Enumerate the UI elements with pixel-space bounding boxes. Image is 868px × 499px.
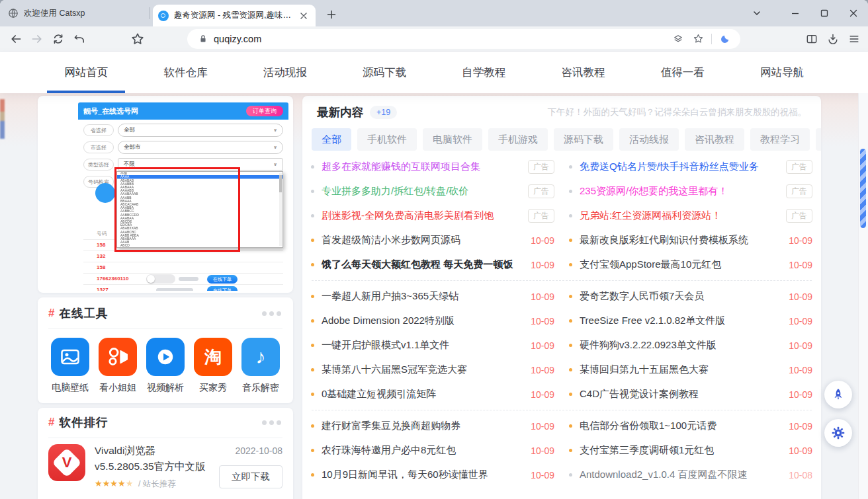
tool-music-decrypt[interactable]: ♪ 音乐解密 — [241, 338, 280, 394]
news-item[interactable]: TreeSize Free v2.1.0.82单文件版 10-09 — [569, 309, 812, 333]
news-item[interactable]: 免费送Q钻名片赞/快手抖音粉丝点赞业务 广告 — [569, 155, 812, 179]
category-tab[interactable]: 源码下载 — [554, 128, 613, 151]
news-item[interactable]: 硬件狗狗v3.2.22.0923单文件版 10-09 — [569, 333, 812, 358]
forward-button[interactable] — [27, 29, 47, 49]
nav-item[interactable]: 咨讯教程 — [533, 52, 632, 93]
news-item[interactable]: C4D广告视觉设计案例教程 10-09 — [569, 382, 812, 406]
news-date: 10-09 — [531, 235, 554, 246]
category-tab[interactable]: 活动线报 — [619, 128, 679, 151]
bullet-icon — [569, 368, 572, 371]
news-item[interactable]: 0基础建立短视频引流矩阵 10-09 — [311, 382, 554, 406]
news-item[interactable]: 一拳超人新用户抽3~365天绿钻 10-09 — [311, 284, 554, 309]
news-title: 首发超级简洁小米步数网页源码 — [322, 234, 524, 247]
news-item[interactable]: 235资源网/你想要的我这里都有！ 广告 — [569, 179, 812, 204]
category-tab[interactable]: 咨讯教程 — [685, 128, 744, 151]
star-home-icon[interactable] — [128, 29, 148, 49]
undo-history-icon[interactable] — [69, 29, 89, 49]
music-note-icon: ♪ — [241, 338, 280, 376]
news-item[interactable]: 超多在家就能赚钱的互联网项目合集 广告 — [311, 155, 554, 179]
news-item[interactable]: 农行珠海特邀用户必中8元红包 10-09 — [311, 438, 554, 463]
url-text: quqizy.com — [214, 34, 261, 44]
download-now-button[interactable]: 立即下载 — [219, 465, 282, 488]
news-title: 剧迷影视-全网免费高清电影美剧看到饱 — [322, 210, 521, 222]
news-title: 超多在家就能赚钱的互联网项目合集 — [322, 161, 521, 173]
news-item[interactable]: 某博第八十六届黑S冠军竞选大赛 10-09 — [311, 358, 554, 382]
mock-field-label: 省选择 — [83, 124, 114, 136]
category-tab[interactable]: 电脑软件 — [423, 128, 482, 151]
nav-item[interactable]: 值得一看 — [633, 52, 732, 93]
split-view-icon[interactable] — [802, 29, 822, 49]
nav-item[interactable]: 网站导航 — [732, 52, 832, 93]
news-column-left: 超多在家就能赚钱的互联网项目合集 广告 专业拼多多助力/拆红包/转盘/砍价 广告 — [311, 155, 554, 277]
news-title: 支付宝领AppStore最高10元红包 — [580, 258, 782, 271]
news-item[interactable]: 10月9日新闻早讯，每天60秒读懂世界 10-09 — [311, 463, 554, 487]
back-to-top-rocket-button[interactable] — [824, 381, 852, 408]
bookmark-star-icon[interactable] — [689, 30, 707, 48]
news-item[interactable]: 建行财富季集豆兑换商超购物券 10-09 — [311, 414, 554, 438]
promo-screenshot-card[interactable]: 靓号_在线选号网 订单查询 省选择 全部∨ 市选择 全部市∨ 类型选择 不限∨ — [38, 96, 293, 293]
news-date: 10-09 — [789, 340, 812, 351]
news-item[interactable]: Adobe Dimension 2022特别版 10-09 — [311, 309, 554, 333]
tab-search-chevron-icon[interactable] — [742, 0, 771, 26]
news-item[interactable]: 饿了么每天领大额红包教程 每天免费一顿饭 10-09 — [311, 252, 554, 277]
tool-wallpaper[interactable]: 电脑壁纸 — [51, 338, 89, 394]
bullet-icon — [311, 449, 314, 452]
news-title: 10月9日新闻早讯，每天60秒读懂世界 — [322, 469, 524, 481]
settings-gear-button[interactable] — [824, 419, 852, 447]
news-item[interactable]: 支付宝第三季度调研领1元红包 10-09 — [569, 438, 812, 463]
tool-label: 看小姐姐 — [99, 382, 136, 394]
download-icon[interactable] — [823, 29, 843, 49]
bullet-icon — [311, 368, 314, 371]
news-item[interactable]: 一键开启护眼模式v1.1单文件 10-09 — [311, 333, 554, 358]
news-item[interactable]: 某博回归第九十五届黑色大赛 10-09 — [569, 358, 812, 382]
news-item[interactable]: 专业拼多多助力/拆红包/转盘/砍价 广告 — [311, 179, 554, 204]
refresh-icon[interactable] — [48, 29, 68, 49]
dark-mode-moon-icon[interactable] — [716, 30, 734, 48]
news-item[interactable]: 首发超级简洁小米步数网页源码 10-09 — [311, 228, 554, 252]
news-item[interactable]: 电信部分省份领取1~100元话费 10-09 — [569, 414, 812, 438]
nav-item[interactable]: 自学教程 — [434, 52, 533, 93]
ad-badge: 广告 — [528, 160, 554, 174]
news-date: 10-09 — [531, 389, 554, 400]
more-dots-icon[interactable] — [262, 311, 281, 316]
news-item[interactable]: Antdownload2_v1.0.4 百度网盘不限速 10-08 — [569, 463, 812, 487]
nav-item[interactable]: 软件仓库 — [136, 52, 235, 93]
nav-item[interactable]: 活动现报 — [236, 52, 335, 93]
news-item[interactable]: 支付宝领AppStore最高10元红包 10-09 — [569, 252, 812, 277]
mock-order-query-button: 订单查询 — [246, 106, 283, 116]
news-date: 10-09 — [789, 316, 812, 326]
category-tab[interactable]: 手机软件 — [357, 128, 417, 151]
news-item[interactable]: 最新改良版彩虹代刷知识付费模板系统 10-09 — [569, 228, 812, 252]
kuaishou-icon — [99, 338, 137, 376]
ranking-item-vivaldi[interactable]: V Vivaldi浏览器 v5.5.2805.35官方中文版 ★★★★★ / 站… — [38, 438, 293, 490]
tool-video-parse[interactable]: 视频解析 — [146, 338, 185, 394]
address-bar[interactable]: quqizy.com — [187, 29, 740, 49]
category-tab[interactable]: 教程学习 — [750, 128, 810, 151]
menu-icon[interactable] — [844, 29, 864, 49]
tool-kuaishou[interactable]: 看小姐姐 — [99, 338, 137, 394]
nav-item[interactable]: 网站首页 — [36, 52, 136, 93]
minimize-button[interactable] — [781, 0, 810, 26]
browser-tab-welcome[interactable]: 欢迎使用 Catsxp — [0, 0, 150, 26]
page-scrollbar-thumb[interactable] — [860, 149, 866, 228]
tool-taobao-show[interactable]: 淘 买家秀 — [194, 338, 232, 394]
browser-tab-active[interactable]: 趣奇资源网 - 残雪资源网,趣味奇妙 — [153, 5, 316, 26]
news-item[interactable]: 爱奇艺数字人民币领7天会员 10-09 — [569, 284, 812, 309]
category-tab[interactable]: 手机游戏 — [488, 128, 548, 151]
more-dots-icon[interactable] — [262, 420, 281, 425]
layers-icon[interactable] — [670, 30, 687, 48]
nav-item[interactable]: 源码下载 — [335, 52, 434, 93]
news-item[interactable]: 剧迷影视-全网免费高清电影美剧看到饱 广告 — [311, 204, 554, 228]
category-tab[interactable]: 美图分享 — [816, 128, 821, 151]
category-tab[interactable]: 全部 — [312, 128, 351, 151]
maximize-button[interactable] — [810, 0, 839, 26]
mock-field-value: 全部 — [124, 126, 135, 134]
lock-icon — [198, 34, 208, 44]
tab-close-icon[interactable] — [297, 9, 310, 22]
chevron-down-icon: ∨ — [273, 145, 277, 150]
news-item[interactable]: 兄弟站:红尘资源网福利资源站！ 广告 — [569, 204, 812, 228]
back-button[interactable] — [6, 29, 26, 49]
new-tab-button[interactable] — [322, 5, 341, 24]
app-version: v5.5.2805.35官方中文版 — [95, 460, 214, 474]
close-window-button[interactable] — [839, 0, 868, 26]
